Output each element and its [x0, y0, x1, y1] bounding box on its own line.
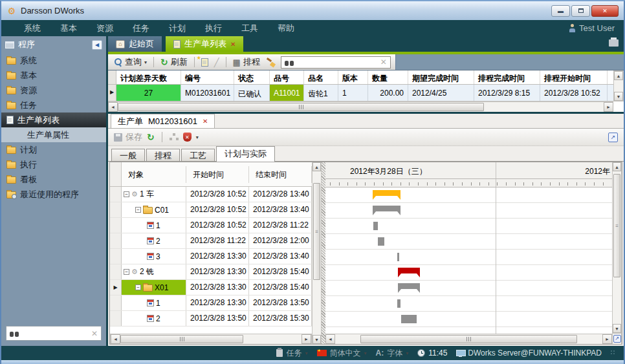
sidebar-item-3[interactable]: 任务	[1, 98, 106, 112]
popout-icon[interactable]: ↗	[608, 133, 618, 142]
grid-column-header-3[interactable]: 品号	[270, 70, 304, 84]
grid-horizontal-scrollbar[interactable]: ◄ ►	[108, 102, 613, 112]
scroll-right-arrow[interactable]: ►	[602, 334, 612, 344]
grid-cell-6[interactable]: 200.00	[368, 85, 408, 101]
menu-item-5[interactable]: 执行	[195, 23, 232, 34]
sidebar-search-input[interactable]	[22, 329, 88, 338]
scroll-left-arrow[interactable]: ◄	[111, 334, 120, 344]
tab-active-1[interactable]: 生产单列表✕	[166, 36, 243, 52]
grid-cell-7[interactable]: 2012/4/25	[408, 85, 474, 101]
gantt-popout-button[interactable]: ↗	[613, 333, 621, 344]
grid-column-header-9[interactable]: 排程开始时间	[540, 70, 608, 84]
grid-column-header-2[interactable]: 状态	[234, 70, 270, 84]
grid-cell-3[interactable]: A11001	[270, 85, 304, 101]
detail-tab-close-icon[interactable]: ✕	[203, 118, 208, 125]
scroll-thumb[interactable]: ≡	[313, 183, 320, 280]
tree-row-4[interactable]: 32012/3/28 13:302012/3/28 13:40	[110, 249, 312, 264]
query-button[interactable]: 查询 ▾	[113, 56, 149, 68]
tree-row-0[interactable]: −⚙1 车2012/3/28 10:522012/3/28 13:40	[110, 187, 312, 202]
tree-object-cell[interactable]: 1	[122, 295, 186, 310]
toolbar-search-input[interactable]	[297, 58, 377, 67]
grid-cell-2[interactable]: 已确认	[234, 85, 270, 101]
printer-icon[interactable]	[609, 39, 619, 47]
tree-object-cell[interactable]: 2	[122, 311, 186, 326]
menu-item-0[interactable]: 系统	[14, 23, 50, 34]
tree-expander-icon[interactable]: −	[124, 191, 129, 197]
scroll-thumb[interactable]	[360, 335, 577, 343]
menu-item-1[interactable]: 基本	[50, 23, 87, 34]
grid-cell-5[interactable]: 1	[338, 85, 368, 101]
grid-cell-0[interactable]: 27	[116, 85, 181, 101]
scroll-right-arrow[interactable]: ►	[604, 102, 613, 112]
status-font-selector[interactable]: A: 字体 ▾	[376, 348, 409, 359]
tree-column-header-0[interactable]: 对象	[122, 166, 186, 183]
sidebar-item-0[interactable]: 系统	[1, 53, 106, 68]
scroll-up-arrow[interactable]: ▲	[613, 162, 621, 171]
grid-column-header-7[interactable]: 期望完成时间	[408, 70, 474, 84]
tree-column-header-1[interactable]: 开始时间	[186, 166, 249, 183]
clean-button[interactable]	[264, 58, 277, 67]
gantt-bar-task[interactable]	[401, 315, 417, 323]
scroll-up-arrow[interactable]: ▲	[312, 162, 321, 171]
gantt-bar-summary[interactable]	[373, 190, 400, 200]
status-language-selector[interactable]: 简体中文 ▾	[317, 348, 367, 359]
resize-grip[interactable]	[611, 350, 616, 356]
tree-horizontal-scrollbar[interactable]: ◄ ►	[110, 334, 312, 344]
tree-object-cell[interactable]: −C01	[122, 202, 186, 217]
sidebar-search-clear-icon[interactable]: ✕	[91, 329, 98, 338]
tree-row-2[interactable]: 12012/3/28 10:522012/3/28 11:22	[110, 218, 312, 233]
menu-item-6[interactable]: 工具	[232, 23, 268, 34]
gantt-bar-summary[interactable]	[398, 283, 420, 293]
shield-dropdown-icon[interactable]: ▾	[196, 134, 199, 140]
refresh-button[interactable]: ↻ 刷新	[159, 56, 190, 68]
scroll-down-arrow[interactable]: ▼	[614, 92, 623, 101]
hierarchy-icon[interactable]	[170, 133, 179, 141]
detail-subtab-1[interactable]: 排程	[146, 149, 180, 162]
scroll-down-arrow[interactable]: ▼	[613, 324, 621, 333]
tree-object-cell[interactable]: −⚙1 车	[122, 187, 186, 202]
close-button[interactable]: ✕	[591, 5, 619, 17]
tree-object-cell[interactable]: 2	[122, 233, 186, 248]
sidebar-item-8[interactable]: 看板	[1, 172, 106, 187]
sidebar-item-5[interactable]: 生产单属性	[1, 127, 106, 142]
scroll-right-arrow[interactable]: ►	[302, 334, 311, 344]
sidebar-item-1[interactable]: 基本	[1, 68, 106, 83]
grid-data-row[interactable]: ▶ 27M012031601已确认A11001齿轮11200.002012/4/…	[108, 85, 613, 102]
tree-row-7[interactable]: 12012/3/28 13:302012/3/28 13:50	[110, 295, 312, 311]
grid-column-header-4[interactable]: 品名	[304, 70, 338, 84]
tree-row-8[interactable]: 22012/3/28 13:502012/3/28 15:30	[110, 311, 312, 327]
sidebar-item-6[interactable]: 计划	[1, 142, 106, 157]
scroll-down-arrow[interactable]: ▼	[312, 335, 321, 344]
tree-expander-icon[interactable]: −	[135, 284, 141, 290]
sidebar-collapse-button[interactable]: ◀	[92, 40, 102, 50]
tree-object-cell[interactable]: −⚙2 铣	[122, 264, 186, 279]
grid-vertical-scrollbar[interactable]: ▲ ▼	[613, 70, 624, 102]
tab-0[interactable]: ⌂起始页	[108, 36, 162, 52]
grid-column-header-0[interactable]: 计划差异天数	[116, 70, 181, 84]
detail-subtab-2[interactable]: 工艺	[181, 149, 215, 162]
tree-expander-icon[interactable]: −	[124, 269, 129, 275]
gantt-vertical-scrollbar[interactable]: ▲ ≡ ▼ ↗	[612, 162, 622, 344]
gantt-bar-task[interactable]	[397, 299, 400, 308]
grid-column-header-5[interactable]: 版本	[338, 70, 368, 84]
schedule-button[interactable]: ▦ 排程	[231, 56, 262, 68]
grid-cell-4[interactable]: 齿轮1	[304, 85, 338, 101]
scroll-left-arrow[interactable]: ◄	[108, 102, 118, 112]
detail-document-tab[interactable]: 生产单 M012031601 ✕	[111, 114, 215, 128]
tree-expander-icon[interactable]: −	[135, 207, 141, 213]
scroll-thumb[interactable]	[118, 103, 484, 111]
grid-column-header-1[interactable]: 编号	[181, 70, 234, 84]
scroll-thumb[interactable]: ≡	[613, 174, 620, 277]
gantt-horizontal-scrollbar[interactable]: ◄ ►	[325, 334, 612, 344]
maximize-button[interactable]	[571, 5, 590, 17]
toolbar-search-clear-icon[interactable]: ✕	[380, 58, 387, 67]
sidebar-item-9[interactable]: 最近使用的程序	[1, 187, 106, 202]
user-indicator[interactable]: Test User	[569, 23, 615, 33]
tree-object-cell[interactable]: 1	[122, 218, 186, 233]
gantt-bar-task[interactable]	[373, 222, 378, 230]
gantt-bar-task[interactable]	[397, 253, 399, 261]
grid-column-header-6[interactable]: 数量	[368, 70, 408, 84]
detail-subtab-0[interactable]: 一般	[111, 149, 145, 162]
tree-object-cell[interactable]: −X01	[122, 280, 186, 295]
tree-vertical-scrollbar[interactable]: ▲ ≡ ▼	[312, 162, 322, 344]
